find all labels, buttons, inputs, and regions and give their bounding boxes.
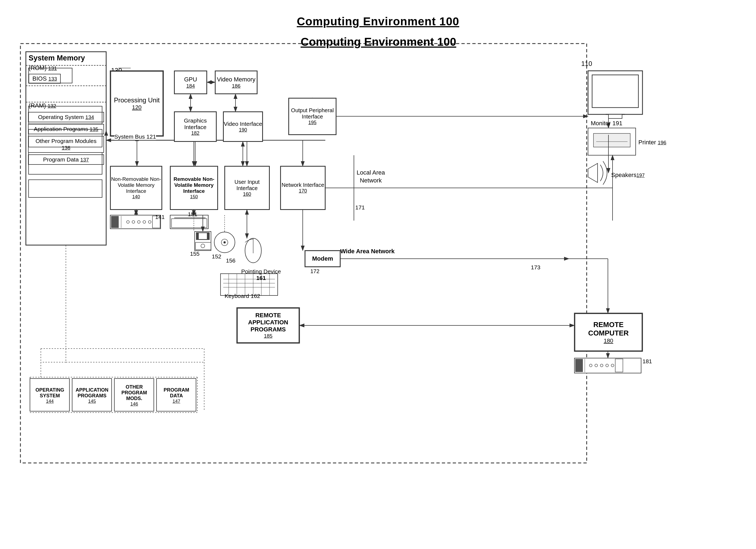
svg-point-106 — [589, 364, 592, 367]
svg-point-48 — [143, 220, 146, 223]
svg-rect-104 — [575, 359, 583, 372]
label-171: 171 — [355, 204, 365, 211]
lan-label: Local Area Network — [357, 169, 385, 184]
output-peripheral-box: Output Peripheral Interface 195 — [289, 98, 336, 135]
video-memory-box: Video Memory 186 — [215, 71, 257, 94]
processing-unit-box: Processing Unit 120 — [110, 71, 163, 136]
keyboard-label: Keyboard 162 — [225, 293, 260, 299]
svg-rect-85 — [593, 133, 630, 147]
svg-rect-42 — [110, 215, 161, 229]
system-memory-title: System Memory — [26, 52, 106, 63]
svg-point-45 — [127, 220, 129, 223]
svg-rect-111 — [615, 359, 623, 372]
label-151: 151 — [188, 211, 197, 217]
label-156: 156 — [226, 257, 235, 264]
app-programs-box: Application Programs 135 — [28, 124, 104, 134]
bottom-app: APPLICATION PROGRAMS 145 — [73, 380, 111, 411]
video-interface-box: Video Interface 190 — [223, 112, 263, 142]
bios-box: BIOS 133 — [29, 74, 61, 84]
svg-point-49 — [148, 220, 151, 223]
system-bus-label: System Bus 121 — [114, 133, 156, 140]
label-173: 173 — [531, 264, 540, 271]
printer-label: Printer 196 — [638, 139, 666, 146]
svg-marker-89 — [588, 163, 598, 182]
svg-rect-56 — [196, 232, 210, 240]
gpu-box: GPU 184 — [174, 71, 207, 94]
svg-rect-81 — [592, 75, 638, 108]
ram-label: (RAM) 132 — [26, 101, 106, 110]
label-110: 110 — [581, 60, 592, 67]
bottom-os: OPERATING SYSTEM 144 — [30, 380, 69, 411]
svg-rect-84 — [588, 128, 636, 155]
svg-point-59 — [201, 244, 205, 248]
label-181: 181 — [642, 358, 652, 365]
svg-rect-43 — [111, 216, 119, 228]
svg-point-109 — [606, 364, 608, 367]
svg-point-108 — [600, 364, 603, 367]
speakers-label: Speakers197 — [611, 171, 645, 179]
graphics-interface-box: Graphics Interface 182 — [174, 112, 216, 142]
modem-box: Modem — [305, 250, 340, 267]
svg-rect-55 — [195, 231, 211, 250]
page-title: Computing Environment 100 — [0, 0, 756, 36]
remote-app-box: REMOTE APPLICATION PROGRAMS 185 — [237, 308, 299, 343]
svg-rect-54 — [172, 219, 207, 228]
svg-rect-83 — [608, 114, 622, 118]
removable-box: Removable Non-Volatile Memory Interface … — [170, 166, 218, 210]
label-155: 155 — [190, 250, 200, 257]
svg-point-110 — [611, 364, 614, 367]
non-removable-box: Non-Removable Non-Volatile Memory Interf… — [110, 166, 162, 210]
other-modules-box: Other Program Modules 136 — [28, 136, 104, 153]
diagram-area: Computing Environment 100 System Memory … — [14, 35, 743, 542]
main-title: Computing Environment 100 — [301, 35, 456, 48]
svg-point-107 — [595, 364, 598, 367]
bottom-other: OTHER PROGRAM MODS. 146 — [115, 380, 154, 411]
svg-point-64 — [224, 241, 226, 243]
svg-rect-80 — [588, 71, 642, 114]
monitor-label: Monitor 191 — [591, 120, 622, 127]
network-interface-box: Network Interface 170 — [280, 166, 325, 210]
svg-point-46 — [132, 220, 135, 223]
svg-point-63 — [221, 239, 228, 245]
wan-label: Wide Area Network — [340, 248, 394, 255]
label-141: 141 — [155, 214, 165, 220]
svg-rect-103 — [574, 358, 641, 373]
svg-rect-12 — [29, 180, 102, 197]
svg-rect-57 — [199, 233, 207, 239]
pointing-device-label: Pointing Device 161 — [241, 268, 281, 281]
bottom-data: PROGRAM DATA 147 — [157, 380, 196, 411]
os-box: Operating System 134 — [28, 112, 104, 122]
svg-point-62 — [214, 232, 235, 253]
svg-point-47 — [137, 220, 140, 223]
remote-computer-box: REMOTE COMPUTER 180 — [574, 313, 642, 351]
label-152: 152 — [212, 253, 221, 260]
rom-label: (ROM) 131 — [26, 63, 106, 73]
svg-rect-58 — [195, 242, 211, 250]
user-input-box: User Input Interface 160 — [225, 166, 270, 210]
svg-point-66 — [245, 238, 261, 263]
modem-ref: 172 — [310, 268, 319, 274]
system-memory-box: System Memory (ROM) 131 BIOS 133 (RAM) 1… — [26, 52, 106, 166]
program-data-box: Program Data 137 — [28, 154, 104, 165]
